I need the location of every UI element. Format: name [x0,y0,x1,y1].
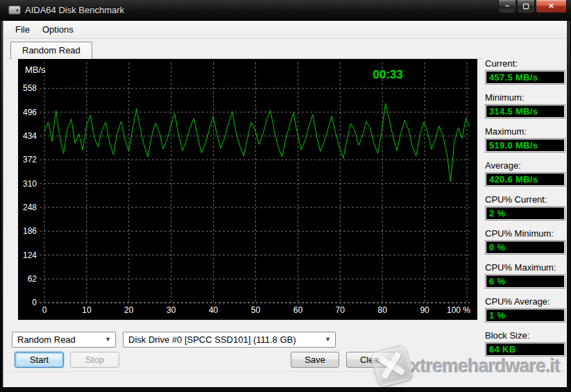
stat-label: Block Size: [485,330,565,341]
stat-item: CPU% Maximum:6 % [485,262,565,289]
svg-text:50: 50 [251,305,261,315]
svg-text:124: 124 [23,250,37,260]
start-button[interactable]: Start [15,352,64,368]
stat-value: 420.6 MB/s [485,172,565,187]
svg-text:186: 186 [23,226,37,236]
window-title: AIDA64 Disk Benchmark [25,5,124,15]
stat-label: Minimum: [485,92,565,103]
stat-label: Maximum: [485,126,565,137]
stat-label: CPU% Minimum: [485,228,565,239]
stat-value: 0 % [485,240,565,255]
stat-label: Average: [485,160,565,171]
chevron-down-icon: ▼ [325,332,331,347]
stat-value: 314.5 MB/s [485,104,565,119]
svg-text:496: 496 [23,108,37,117]
tab-random-read[interactable]: Random Read [10,42,92,59]
drive-select-value: Disk Drive #0 [SPCC SSD101] (111.8 GB) [128,334,296,345]
svg-text:100 %: 100 % [447,305,470,315]
svg-text:558: 558 [23,83,37,93]
benchmark-type-select[interactable]: Random Read ▼ [12,332,116,348]
status-bar [3,371,567,387]
svg-text:0: 0 [42,305,47,315]
svg-text:310: 310 [23,179,37,189]
title-bar: AIDA64 Disk Benchmark – ▢ ✕ [0,0,571,21]
stat-value: 6 % [485,274,565,289]
chart-container: 0621241862483103724344965580102030405060… [18,59,477,320]
minimize-button[interactable]: – [498,0,516,13]
benchmark-type-value: Random Read [17,334,76,345]
svg-text:372: 372 [23,155,37,164]
stat-item: Current:457.5 MB/s [485,58,565,85]
svg-text:30: 30 [167,305,176,315]
stat-value: 64 KB [485,342,565,357]
stat-item: CPU% Current:2 % [485,194,565,221]
stat-item: Average:420.6 MB/s [485,160,565,187]
svg-text:70: 70 [336,305,346,315]
svg-text:80: 80 [378,305,388,315]
svg-text:40: 40 [209,305,219,315]
svg-text:20: 20 [124,305,134,315]
stat-label: CPU% Average: [485,296,565,307]
svg-text:434: 434 [23,131,37,141]
menu-bar: File Options [3,21,567,39]
stat-label: CPU% Current: [485,194,565,205]
svg-text:60: 60 [293,305,303,315]
close-button[interactable]: ✕ [536,0,567,13]
svg-text:62: 62 [28,274,37,284]
menu-file[interactable]: File [9,22,36,37]
stat-label: Current: [485,58,565,69]
drive-select[interactable]: Disk Drive #0 [SPCC SSD101] (111.8 GB) ▼ [123,332,336,348]
svg-text:MB/s: MB/s [25,65,46,75]
benchmark-chart: 0621241862483103724344965580102030405060… [18,59,477,320]
stat-value: 1 % [485,308,565,323]
svg-text:10: 10 [82,305,92,315]
svg-text:90: 90 [420,305,429,315]
svg-text:00:33: 00:33 [373,68,402,81]
disk-app-icon [8,6,21,15]
stat-value: 519.0 MB/s [485,138,565,153]
stat-label: CPU% Maximum: [485,262,565,273]
stat-value: 457.5 MB/s [485,70,565,85]
stat-value: 2 % [485,206,565,221]
save-button[interactable]: Save [291,352,339,368]
stop-button[interactable]: Stop [70,352,119,368]
chevron-down-icon: ▼ [105,332,111,347]
stat-item: Minimum:314.5 MB/s [485,92,565,119]
app-window: AIDA64 Disk Benchmark – ▢ ✕ File Options… [0,0,571,392]
stat-item: CPU% Minimum:0 % [485,228,565,255]
stats-panel: Current:457.5 MB/sMinimum:314.5 MB/sMaxi… [485,58,565,364]
stat-item: CPU% Average:1 % [485,296,565,323]
svg-text:0: 0 [32,298,37,307]
clear-button[interactable]: Clear [346,352,395,368]
client-area: File Options Random Read 062124186248310… [3,21,567,387]
svg-text:248: 248 [23,203,37,212]
menu-options[interactable]: Options [36,22,80,37]
stat-item: Maximum:519.0 MB/s [485,126,565,153]
stat-item: Block Size:64 KB [485,330,565,357]
maximize-button[interactable]: ▢ [517,0,535,13]
